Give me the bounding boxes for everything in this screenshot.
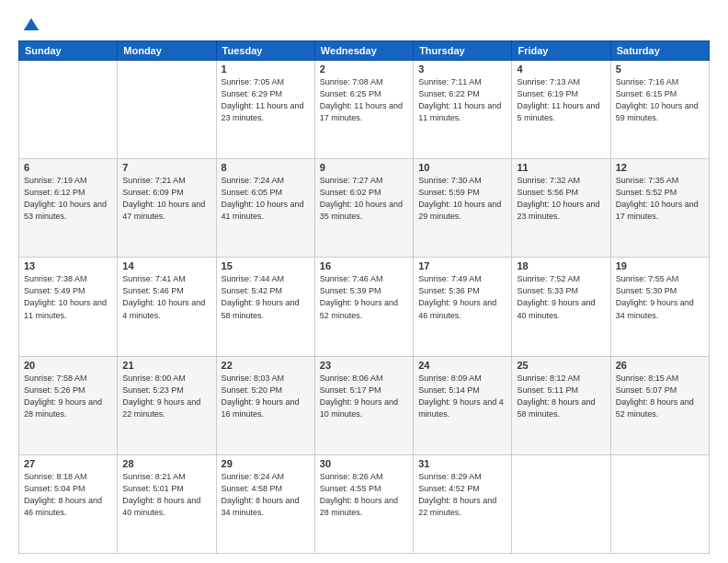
day-info: Sunrise: 7:52 AM Sunset: 5:33 PM Dayligh… <box>517 273 605 321</box>
logo-icon <box>22 17 40 35</box>
day-number: 11 <box>517 162 605 173</box>
calendar-cell: 6Sunrise: 7:19 AM Sunset: 6:12 PM Daylig… <box>19 159 118 258</box>
day-info: Sunrise: 8:21 AM Sunset: 5:01 PM Dayligh… <box>122 471 210 519</box>
day-info: Sunrise: 8:18 AM Sunset: 5:04 PM Dayligh… <box>24 471 112 519</box>
day-info: Sunrise: 8:29 AM Sunset: 4:52 PM Dayligh… <box>418 471 506 519</box>
calendar-cell: 26Sunrise: 8:15 AM Sunset: 5:07 PM Dayli… <box>610 356 709 454</box>
day-info: Sunrise: 7:16 AM Sunset: 6:15 PM Dayligh… <box>616 76 704 124</box>
calendar-cell: 11Sunrise: 7:32 AM Sunset: 5:56 PM Dayli… <box>512 159 610 258</box>
day-of-week-header: Monday <box>118 41 216 61</box>
day-number: 8 <box>222 162 310 173</box>
calendar-cell <box>19 61 118 159</box>
day-info: Sunrise: 7:46 AM Sunset: 5:39 PM Dayligh… <box>320 273 408 321</box>
day-number: 26 <box>616 360 704 371</box>
calendar-week-row: 13Sunrise: 7:38 AM Sunset: 5:49 PM Dayli… <box>19 258 710 356</box>
day-info: Sunrise: 7:05 AM Sunset: 6:29 PM Dayligh… <box>222 76 310 124</box>
calendar-cell <box>512 454 610 553</box>
day-info: Sunrise: 7:44 AM Sunset: 5:42 PM Dayligh… <box>222 273 310 321</box>
day-info: Sunrise: 8:12 AM Sunset: 5:11 PM Dayligh… <box>517 373 605 420</box>
calendar-cell: 21Sunrise: 8:00 AM Sunset: 5:23 PM Dayli… <box>118 356 216 454</box>
day-info: Sunrise: 7:38 AM Sunset: 5:49 PM Dayligh… <box>24 273 112 321</box>
calendar-cell: 1Sunrise: 7:05 AM Sunset: 6:29 PM Daylig… <box>216 61 314 159</box>
day-number: 9 <box>320 162 408 173</box>
calendar-cell: 17Sunrise: 7:49 AM Sunset: 5:36 PM Dayli… <box>414 258 512 356</box>
day-number: 24 <box>418 360 506 371</box>
day-number: 30 <box>320 458 408 469</box>
day-of-week-header: Thursday <box>414 41 512 61</box>
day-number: 23 <box>320 360 408 371</box>
calendar-cell <box>610 454 709 553</box>
day-info: Sunrise: 8:24 AM Sunset: 4:58 PM Dayligh… <box>222 471 310 519</box>
day-info: Sunrise: 8:15 AM Sunset: 5:07 PM Dayligh… <box>616 373 704 420</box>
day-of-week-header: Wednesday <box>314 41 413 61</box>
calendar-cell: 10Sunrise: 7:30 AM Sunset: 5:59 PM Dayli… <box>414 159 512 258</box>
calendar-cell: 29Sunrise: 8:24 AM Sunset: 4:58 PM Dayli… <box>216 454 314 553</box>
day-info: Sunrise: 7:49 AM Sunset: 5:36 PM Dayligh… <box>418 273 506 321</box>
day-of-week-header: Friday <box>512 41 610 61</box>
day-number: 2 <box>320 63 408 75</box>
day-number: 19 <box>616 260 704 271</box>
day-number: 27 <box>24 458 112 469</box>
day-info: Sunrise: 7:24 AM Sunset: 6:05 PM Dayligh… <box>222 175 310 223</box>
day-info: Sunrise: 7:41 AM Sunset: 5:46 PM Dayligh… <box>122 273 210 321</box>
header <box>18 17 710 31</box>
day-of-week-header: Tuesday <box>216 41 314 61</box>
day-number: 28 <box>122 458 210 469</box>
day-number: 10 <box>418 162 506 173</box>
day-info: Sunrise: 7:35 AM Sunset: 5:52 PM Dayligh… <box>616 175 704 223</box>
calendar-cell: 5Sunrise: 7:16 AM Sunset: 6:15 PM Daylig… <box>610 61 709 159</box>
day-info: Sunrise: 7:58 AM Sunset: 5:26 PM Dayligh… <box>24 373 112 420</box>
day-number: 7 <box>122 162 210 173</box>
calendar-cell: 8Sunrise: 7:24 AM Sunset: 6:05 PM Daylig… <box>216 159 314 258</box>
day-of-week-header: Saturday <box>610 41 709 61</box>
day-info: Sunrise: 7:08 AM Sunset: 6:25 PM Dayligh… <box>320 76 408 124</box>
day-info: Sunrise: 8:03 AM Sunset: 5:20 PM Dayligh… <box>222 373 310 420</box>
calendar-cell: 13Sunrise: 7:38 AM Sunset: 5:49 PM Dayli… <box>19 258 118 356</box>
day-number: 20 <box>24 360 112 371</box>
day-number: 22 <box>222 360 310 371</box>
calendar-cell: 18Sunrise: 7:52 AM Sunset: 5:33 PM Dayli… <box>512 258 610 356</box>
calendar-cell: 2Sunrise: 7:08 AM Sunset: 6:25 PM Daylig… <box>314 61 413 159</box>
calendar-header-row: SundayMondayTuesdayWednesdayThursdayFrid… <box>19 41 710 61</box>
calendar-cell <box>118 61 216 159</box>
day-number: 21 <box>122 360 210 371</box>
calendar-week-row: 6Sunrise: 7:19 AM Sunset: 6:12 PM Daylig… <box>19 159 710 258</box>
day-info: Sunrise: 8:00 AM Sunset: 5:23 PM Dayligh… <box>122 373 210 420</box>
calendar-cell: 7Sunrise: 7:21 AM Sunset: 6:09 PM Daylig… <box>118 159 216 258</box>
calendar-cell: 15Sunrise: 7:44 AM Sunset: 5:42 PM Dayli… <box>216 258 314 356</box>
day-number: 6 <box>24 162 112 173</box>
day-number: 18 <box>517 260 605 271</box>
calendar-cell: 14Sunrise: 7:41 AM Sunset: 5:46 PM Dayli… <box>118 258 216 356</box>
calendar-cell: 9Sunrise: 7:27 AM Sunset: 6:02 PM Daylig… <box>314 159 413 258</box>
day-number: 31 <box>418 458 506 469</box>
calendar-cell: 31Sunrise: 8:29 AM Sunset: 4:52 PM Dayli… <box>414 454 512 553</box>
day-info: Sunrise: 7:32 AM Sunset: 5:56 PM Dayligh… <box>517 175 605 223</box>
calendar-cell: 27Sunrise: 8:18 AM Sunset: 5:04 PM Dayli… <box>19 454 118 553</box>
calendar-week-row: 27Sunrise: 8:18 AM Sunset: 5:04 PM Dayli… <box>19 454 710 553</box>
day-info: Sunrise: 7:27 AM Sunset: 6:02 PM Dayligh… <box>320 175 408 223</box>
calendar-cell: 16Sunrise: 7:46 AM Sunset: 5:39 PM Dayli… <box>314 258 413 356</box>
day-number: 17 <box>418 260 506 271</box>
logo <box>18 17 40 31</box>
day-number: 25 <box>517 360 605 371</box>
calendar-cell: 23Sunrise: 8:06 AM Sunset: 5:17 PM Dayli… <box>314 356 413 454</box>
day-number: 13 <box>24 260 112 271</box>
calendar-cell: 25Sunrise: 8:12 AM Sunset: 5:11 PM Dayli… <box>512 356 610 454</box>
day-number: 4 <box>517 63 605 75</box>
calendar-cell: 12Sunrise: 7:35 AM Sunset: 5:52 PM Dayli… <box>610 159 709 258</box>
day-info: Sunrise: 7:30 AM Sunset: 5:59 PM Dayligh… <box>418 175 506 223</box>
day-info: Sunrise: 7:11 AM Sunset: 6:22 PM Dayligh… <box>418 76 506 124</box>
day-number: 16 <box>320 260 408 271</box>
day-info: Sunrise: 8:09 AM Sunset: 5:14 PM Dayligh… <box>418 373 506 420</box>
calendar-cell: 28Sunrise: 8:21 AM Sunset: 5:01 PM Dayli… <box>118 454 216 553</box>
day-number: 5 <box>616 63 704 75</box>
day-number: 29 <box>222 458 310 469</box>
day-number: 15 <box>222 260 310 271</box>
day-info: Sunrise: 7:21 AM Sunset: 6:09 PM Dayligh… <box>122 175 210 223</box>
day-info: Sunrise: 7:13 AM Sunset: 6:19 PM Dayligh… <box>517 76 605 124</box>
calendar-cell: 3Sunrise: 7:11 AM Sunset: 6:22 PM Daylig… <box>414 61 512 159</box>
day-info: Sunrise: 7:19 AM Sunset: 6:12 PM Dayligh… <box>24 175 112 223</box>
calendar-week-row: 20Sunrise: 7:58 AM Sunset: 5:26 PM Dayli… <box>19 356 710 454</box>
day-info: Sunrise: 7:55 AM Sunset: 5:30 PM Dayligh… <box>616 273 704 321</box>
svg-marker-0 <box>24 18 40 30</box>
